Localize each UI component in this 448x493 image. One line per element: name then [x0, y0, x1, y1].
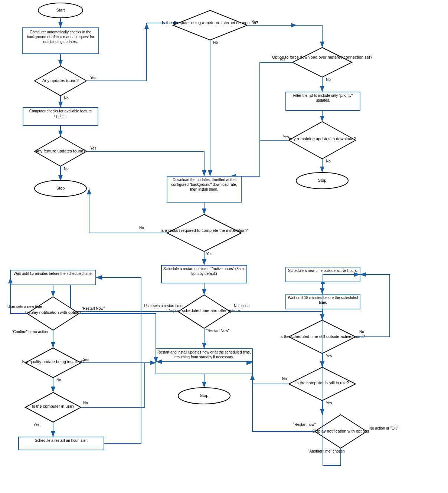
restart-now-label: "Restart Now"	[206, 329, 230, 333]
arrow-force-yes	[230, 62, 292, 176]
arrow-schedule-hour-back	[96, 277, 141, 443]
computer-yes-label: Yes	[33, 423, 39, 427]
remaining-no-label: No	[326, 159, 331, 163]
display-scheduled-label: Display scheduled time and offer options	[167, 308, 241, 313]
arrow-outside-no	[356, 275, 390, 337]
metered-label: Is the computer using a metered internet…	[162, 20, 258, 25]
confirm-label: "Confirm" or no action	[12, 330, 48, 334]
display-notification-left-label: Display notification with options	[25, 310, 82, 315]
no-action-ok-label: No action or "OK"	[369, 426, 399, 430]
remaining-yes-label: Yes	[283, 135, 289, 139]
outside-no-label: No	[359, 330, 364, 334]
stop2-label: Stop	[318, 178, 327, 183]
force-yes-label: Yes	[279, 57, 285, 61]
restart-required-node	[167, 214, 241, 252]
force-no-label: No	[326, 78, 331, 82]
flowchart-canvas: Start Computer automatically checks in t…	[0, 0, 448, 493]
another-time-label: "Another time" chosen	[308, 449, 345, 453]
display-notification-right-label: Display notification with options	[313, 429, 369, 433]
arrow-metered-yes-path	[297, 25, 322, 47]
arrow-restart-now-left	[79, 313, 156, 363]
user-sets-new-label: User sets a new time	[7, 305, 42, 309]
feature-yes-label: Yes	[90, 146, 96, 150]
outside-active-label: Is the scheduled time still outside acti…	[279, 334, 365, 339]
computer-in-use-label: Is the computer in use?	[32, 404, 74, 408]
arrow-restart-no	[89, 188, 167, 233]
stop1-label: Stop	[56, 186, 65, 190]
still-use-no-label: No	[282, 377, 287, 381]
restart-now-left-label: "Restart Now"	[82, 306, 105, 310]
any-updates-yes-label: Yes	[90, 76, 96, 80]
still-use-yes-label: Yes	[326, 401, 332, 405]
user-sets-restart-label: User sets a restart time	[144, 304, 183, 308]
restart-no-label: No	[139, 226, 144, 230]
restart-yes-label: Yes	[206, 252, 212, 256]
computer-still-use-label: Is the computer is still in use?	[295, 381, 349, 385]
any-updates-label: Any updates found?	[42, 78, 79, 83]
feature-found-label: Any feature updates found?	[35, 149, 85, 153]
feature-no-label: No	[64, 167, 69, 171]
metered-yes-label: Yes	[252, 20, 258, 24]
metered-node	[173, 10, 247, 40]
arrow-remaining-yes	[230, 140, 289, 176]
outside-yes-label: Yes	[326, 354, 332, 358]
remaining-label: Any remaining updates to download?	[288, 137, 356, 141]
force-download-label: Option to force download over metered co…	[272, 55, 372, 59]
arrow-computer-no	[81, 363, 156, 407]
restart-now-right-label: "Restart now"	[293, 423, 316, 427]
computer-in-use-no-label: No	[83, 401, 88, 405]
force-download-node	[292, 47, 352, 77]
any-updates-no-label: No	[64, 96, 69, 100]
start-label: Start	[56, 8, 65, 12]
stop3-label: Stop	[200, 393, 209, 398]
quality-yes-label: Yes	[83, 358, 89, 362]
metered-no-label: No	[213, 40, 218, 45]
arrow-feature-yes	[86, 151, 204, 176]
no-action-label: No action	[234, 304, 249, 308]
restart-required-label: Is a restart required to complete the in…	[161, 228, 248, 233]
quality-update-label: Is a quality update being installed?	[22, 359, 85, 364]
quality-no-label: No	[56, 378, 61, 382]
